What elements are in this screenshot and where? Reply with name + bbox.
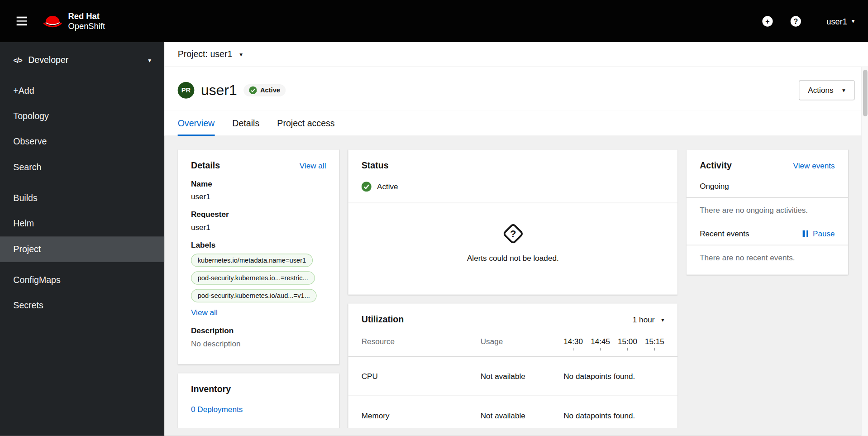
user-menu[interactable]: user1 ▾	[826, 16, 854, 26]
details-card: Details View all Name user1 Requester us…	[178, 149, 339, 364]
ongoing-label: Ongoing	[700, 182, 729, 191]
project-selector[interactable]: Project: user1 ▾	[178, 49, 243, 59]
labels-label: Labels	[191, 240, 326, 249]
nav-toggle-button[interactable]	[13, 12, 30, 30]
sidebar-item-observe[interactable]: Observe	[0, 129, 164, 154]
deployments-link[interactable]: 0 Deployments	[191, 405, 243, 414]
project-bar: Project: user1 ▾	[164, 42, 868, 67]
page-title: user1	[201, 81, 237, 99]
utilization-row-memory: Memory Not available No datapoints found…	[348, 396, 677, 428]
check-circle-icon	[362, 182, 372, 192]
status-badge: Active	[243, 84, 286, 96]
hamburger-icon	[17, 17, 27, 18]
status-card-title: Status	[362, 161, 389, 171]
chevron-down-icon: ▾	[239, 51, 243, 57]
chevron-down-icon: ▾	[852, 18, 855, 24]
duration-dropdown[interactable]: 1 hour ▾	[633, 315, 664, 324]
code-icon: </>	[13, 56, 22, 64]
tab-details[interactable]: Details	[232, 110, 259, 135]
perspective-label: Developer	[28, 55, 68, 65]
time-tick: 14:30	[563, 337, 583, 351]
description-value: No description	[191, 339, 326, 348]
resource-usage: Not available	[481, 372, 563, 381]
utilization-header-row: Resource Usage 14:30 14:45 15:00 15:15	[348, 337, 677, 357]
main-content: Project: user1 ▾ PR user1 Active Actions…	[164, 42, 868, 436]
actions-dropdown[interactable]: Actions ▾	[799, 80, 855, 100]
sidebar-item-add[interactable]: +Add	[0, 78, 164, 103]
usage-column-header: Usage	[481, 337, 563, 346]
pause-label: Pause	[813, 229, 835, 238]
project-status-text: Active	[377, 182, 398, 191]
time-tick: 15:15	[645, 337, 664, 351]
description-label: Description	[191, 326, 326, 335]
dashboard-right-column: Activity View events Ongoing There are n…	[687, 149, 848, 274]
labels-view-all-link[interactable]: View all	[191, 308, 218, 317]
resource-name: Memory	[362, 411, 481, 420]
chevron-down-icon: ▾	[661, 316, 664, 322]
utilization-card: Utilization 1 hour ▾ Resource Usage 14:3…	[348, 303, 677, 428]
vertical-scrollbar[interactable]	[861, 67, 868, 436]
add-icon[interactable]: +	[762, 16, 773, 26]
dashboard-middle-column: Status Active ? Alerts co	[348, 149, 677, 428]
label-pill[interactable]: pod-security.kubernetes.io/aud...=v1...	[191, 289, 317, 302]
alerts-unknown-icon: ?	[500, 221, 525, 246]
tab-overview[interactable]: Overview	[178, 110, 215, 135]
ongoing-section-header: Ongoing	[687, 182, 848, 197]
tab-project-access[interactable]: Project access	[277, 110, 334, 135]
resource-usage: Not available	[481, 411, 563, 420]
resource-chart-empty: No datapoints found.	[563, 372, 664, 381]
sidebar-item-secrets[interactable]: Secrets	[0, 293, 164, 318]
requester-label: Requester	[191, 210, 326, 219]
sidebar: </> Developer ▾ +Add Topology Observe Se…	[0, 42, 164, 436]
inventory-card-title: Inventory	[191, 384, 231, 394]
label-pill[interactable]: pod-security.kubernetes.io...=restric...	[191, 271, 315, 284]
time-tick: 15:00	[618, 337, 637, 351]
details-view-all-link[interactable]: View all	[300, 161, 326, 170]
sidebar-item-builds[interactable]: Builds	[0, 186, 164, 211]
recent-events-label: Recent events	[700, 229, 749, 238]
sidebar-item-configmaps[interactable]: ConfigMaps	[0, 268, 164, 293]
alerts-empty-state: ? Alerts could not be loaded.	[348, 203, 677, 263]
help-icon[interactable]: ?	[791, 16, 801, 26]
details-card-title: Details	[191, 161, 220, 171]
recent-events-empty-message: There are no recent events.	[687, 245, 848, 270]
resource-chart-empty: No datapoints found.	[563, 411, 664, 420]
scrollbar-thumb[interactable]	[863, 70, 868, 116]
perspective-switcher[interactable]: </> Developer ▾	[0, 42, 164, 78]
brand-line1: Red Hat	[68, 11, 105, 21]
brand-logo: Red Hat OpenShift	[43, 11, 105, 31]
project-status-row: Active	[348, 171, 677, 203]
activity-card-title: Activity	[700, 161, 732, 171]
pause-button[interactable]: Pause	[803, 229, 835, 238]
tab-bar: Overview Details Project access	[164, 110, 868, 136]
status-badge-label: Active	[260, 86, 280, 94]
app-window: Red Hat OpenShift + ? user1 ▾ </> Develo…	[0, 0, 868, 436]
dashboard-left-column: Details View all Name user1 Requester us…	[178, 149, 339, 428]
sidebar-nav: +Add Topology Observe Search Builds Helm…	[0, 78, 164, 318]
sidebar-item-search[interactable]: Search	[0, 154, 164, 180]
chevron-down-icon: ▾	[148, 57, 151, 63]
view-events-link[interactable]: View events	[793, 161, 835, 170]
status-card: Status Active ? Alerts co	[348, 149, 677, 294]
pause-icon	[803, 230, 808, 237]
masthead-toolbar: + ? user1 ▾	[762, 16, 854, 26]
label-pill[interactable]: kubernetes.io/metadata.name=user1	[191, 254, 313, 267]
page-header: PR user1 Active Actions ▾	[164, 67, 868, 110]
name-label: Name	[191, 179, 326, 188]
username-label: user1	[826, 16, 847, 26]
utilization-card-title: Utilization	[362, 315, 404, 325]
requester-value: user1	[191, 223, 326, 232]
resource-column-header: Resource	[362, 337, 481, 346]
sidebar-item-project[interactable]: Project	[0, 236, 164, 262]
project-badge: PR	[178, 82, 195, 99]
nav-section-gap	[0, 180, 164, 186]
alerts-empty-message: Alerts could not be loaded.	[467, 254, 559, 263]
time-tick: 14:45	[591, 337, 610, 351]
sidebar-item-helm[interactable]: Helm	[0, 211, 164, 236]
name-value: user1	[191, 192, 326, 201]
dashboard-grid: Details View all Name user1 Requester us…	[164, 136, 868, 428]
sidebar-item-topology[interactable]: Topology	[0, 104, 164, 129]
check-circle-icon	[249, 86, 257, 94]
resource-name: CPU	[362, 372, 481, 381]
ongoing-empty-message: There are no ongoing activities.	[687, 198, 848, 222]
